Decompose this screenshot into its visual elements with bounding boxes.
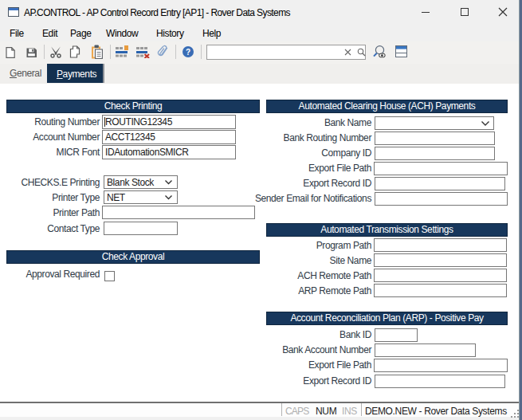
svg-text:?: ?	[186, 48, 190, 57]
